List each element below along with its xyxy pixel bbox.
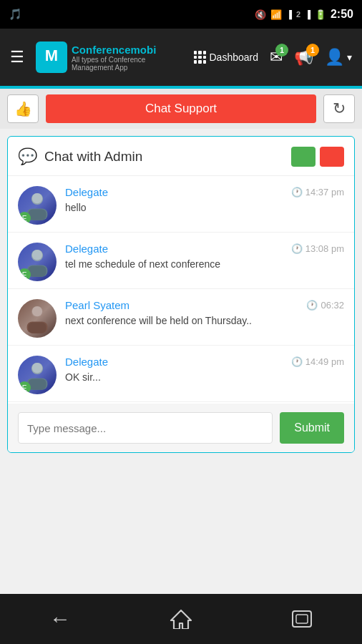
svg-rect-19 bbox=[293, 611, 311, 627]
clock-icon-2: 🕐 bbox=[291, 243, 303, 254]
message-time-3: 🕐 06:32 bbox=[306, 300, 344, 311]
chat-message-1: E Delegate 🕐 14:37 pm hello bbox=[8, 176, 354, 233]
wifi-icon: 📶 bbox=[270, 9, 282, 20]
status-red-button[interactable] bbox=[320, 147, 344, 167]
chat-status-buttons bbox=[291, 147, 344, 167]
chat-with-admin-title: Chat with Admin bbox=[44, 149, 142, 165]
logo-box: M bbox=[36, 42, 67, 73]
battery-icon: 🔋 bbox=[315, 9, 326, 20]
message-text-4: OK sir... bbox=[65, 371, 344, 385]
chat-messages: E Delegate 🕐 14:37 pm hello bbox=[8, 176, 354, 402]
submit-button[interactable]: Submit bbox=[280, 412, 344, 444]
thumbs-up-button[interactable]: 👍 bbox=[7, 94, 39, 123]
message-top-3: Pearl Syatem 🕐 06:32 bbox=[65, 299, 344, 311]
signal1-icon: ▐ bbox=[286, 10, 292, 19]
chat-message-4: E Delegate 🕐 14:49 pm OK sir... bbox=[8, 346, 354, 402]
svg-rect-5 bbox=[28, 209, 46, 220]
message-content-4: Delegate 🕐 14:49 pm OK sir... bbox=[65, 356, 344, 385]
message-input[interactable] bbox=[18, 412, 273, 444]
message-content-1: Delegate 🕐 14:37 pm hello bbox=[65, 186, 344, 215]
time-display: 2:50 bbox=[331, 8, 353, 21]
avatar-4: E bbox=[18, 356, 57, 394]
avatar-2: E bbox=[18, 243, 57, 281]
logo-name-part1: Conference bbox=[72, 44, 131, 56]
status-right: 🔇 📶 ▐ 2 ▐ 🔋 2:50 bbox=[255, 8, 353, 21]
message-sender-2: Delegate bbox=[65, 243, 108, 255]
svg-point-8 bbox=[32, 250, 42, 260]
thumbs-up-icon: 👍 bbox=[14, 100, 32, 117]
header-nav: Dashboard ✉ 1 📢 1 👤 ▾ bbox=[194, 48, 353, 67]
input-area: Submit bbox=[8, 404, 354, 452]
refresh-button[interactable]: ↻ bbox=[323, 94, 355, 123]
clock-icon-4: 🕐 bbox=[291, 356, 303, 367]
svg-point-16 bbox=[32, 363, 42, 373]
chat-message-3: Pearl Syatem 🕐 06:32 next conference wil… bbox=[8, 289, 354, 346]
user-icon: 👤 bbox=[325, 48, 344, 67]
home-button[interactable] bbox=[170, 609, 192, 629]
music-icon: 🎵 bbox=[9, 8, 22, 21]
message-sender-3: Pearl Syatem bbox=[65, 299, 129, 311]
signal3-icon: ▐ bbox=[305, 10, 310, 19]
signal2-icon: 2 bbox=[296, 10, 300, 19]
mail-button[interactable]: ✉ 1 bbox=[270, 48, 283, 67]
svg-text:M: M bbox=[45, 47, 58, 64]
message-text-1: hello bbox=[65, 201, 344, 215]
message-time-1: 🕐 14:37 pm bbox=[291, 187, 344, 197]
logo-text: Conferencemobi All types of Conference M… bbox=[72, 44, 185, 72]
chat-support-button[interactable]: Chat Support bbox=[46, 94, 316, 123]
logo-name-part2: mobi bbox=[131, 44, 157, 56]
svg-rect-20 bbox=[296, 615, 308, 623]
message-top-2: Delegate 🕐 13:08 pm bbox=[65, 243, 344, 255]
chat-support-label: Chat Support bbox=[145, 102, 217, 116]
message-text-3: next conference will be held on Thursday… bbox=[65, 314, 344, 328]
message-sender-1: Delegate bbox=[65, 186, 108, 198]
logo-letter: M bbox=[40, 44, 63, 71]
svg-point-4 bbox=[32, 193, 42, 203]
hamburger-menu[interactable]: ☰ bbox=[10, 48, 24, 67]
svg-rect-9 bbox=[28, 265, 46, 276]
recents-button[interactable] bbox=[291, 610, 313, 628]
message-top-1: Delegate 🕐 14:37 pm bbox=[65, 186, 344, 198]
status-left: 🎵 bbox=[9, 8, 22, 21]
bottom-nav: ← bbox=[0, 594, 362, 644]
clock-icon-3: 🕐 bbox=[306, 300, 318, 311]
message-content-3: Pearl Syatem 🕐 06:32 next conference wil… bbox=[65, 299, 344, 328]
svg-rect-13 bbox=[28, 322, 46, 333]
logo-area: M Conferencemobi All types of Conference… bbox=[36, 42, 185, 73]
svg-rect-17 bbox=[28, 379, 46, 389]
chat-message-2: E Delegate 🕐 13:08 pm tel me schedule of… bbox=[8, 233, 354, 289]
svg-marker-18 bbox=[171, 610, 191, 629]
logo-name: Conferencemobi bbox=[72, 44, 185, 56]
dashboard-label: Dashboard bbox=[210, 52, 259, 63]
avatar-3 bbox=[18, 299, 57, 338]
svg-point-12 bbox=[32, 306, 42, 316]
status-green-button[interactable] bbox=[291, 147, 315, 167]
logo-tagline: All types of Conference Management App bbox=[72, 56, 185, 72]
back-button[interactable]: ← bbox=[49, 607, 71, 631]
chat-title: 💬 Chat with Admin bbox=[18, 147, 142, 166]
message-content-2: Delegate 🕐 13:08 pm tel me schedule of n… bbox=[65, 243, 344, 272]
chevron-down-icon: ▾ bbox=[347, 52, 352, 63]
refresh-icon: ↻ bbox=[333, 99, 346, 118]
notification-badge: 1 bbox=[306, 44, 319, 57]
mail-badge: 1 bbox=[275, 44, 288, 57]
status-bar: 🎵 🔇 📶 ▐ 2 ▐ 🔋 2:50 bbox=[0, 0, 362, 29]
grid-icon bbox=[194, 51, 207, 64]
avatar-badge-1: E bbox=[18, 212, 31, 225]
dashboard-link[interactable]: Dashboard bbox=[194, 51, 259, 64]
user-menu[interactable]: 👤 ▾ bbox=[325, 48, 352, 67]
notification-button[interactable]: 📢 1 bbox=[294, 48, 313, 67]
avatar-1: E bbox=[18, 186, 57, 225]
chat-bubble-icon: 💬 bbox=[18, 147, 37, 166]
clock-icon-1: 🕐 bbox=[291, 187, 303, 197]
message-time-2: 🕐 13:08 pm bbox=[291, 243, 344, 254]
message-time-4: 🕐 14:49 pm bbox=[291, 356, 344, 367]
chat-header: 💬 Chat with Admin bbox=[8, 137, 354, 176]
toolbar: 👍 Chat Support ↻ bbox=[0, 89, 362, 129]
avatar-badge-2: E bbox=[18, 268, 31, 281]
avatar-badge-4: E bbox=[18, 381, 31, 394]
mute-icon: 🔇 bbox=[255, 9, 266, 20]
message-text-2: tel me schedule of next conference bbox=[65, 258, 344, 272]
chat-panel: 💬 Chat with Admin E Delegate bbox=[7, 136, 355, 453]
message-sender-4: Delegate bbox=[65, 356, 108, 368]
